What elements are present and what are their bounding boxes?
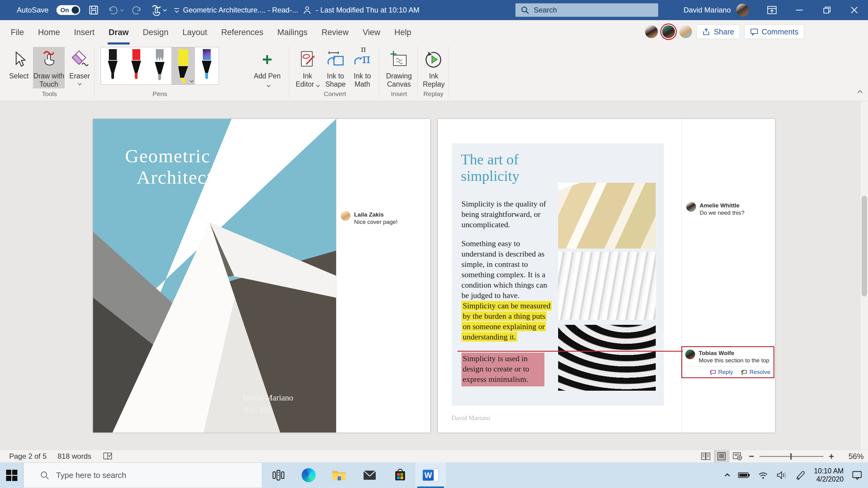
quick-access-toolbar: AutoSave On [17, 0, 179, 20]
pen-black[interactable] [101, 47, 124, 85]
collapse-ribbon-icon[interactable] [858, 90, 863, 95]
minimize-button[interactable] [786, 0, 813, 20]
customize-quick-access-icon[interactable] [174, 8, 179, 12]
ink-replay-button[interactable]: Ink Replay [420, 47, 447, 88]
tray-date: 4/2/2020 [814, 475, 844, 483]
comment-anchor-line [458, 351, 683, 352]
redo-button[interactable] [131, 5, 143, 16]
tab-file[interactable]: File [4, 20, 31, 44]
draw-with-touch-button[interactable]: Draw with Touch [33, 47, 65, 88]
file-explorer-button[interactable] [324, 462, 354, 488]
document-scrollbar[interactable] [860, 101, 868, 450]
ink-replay-icon [424, 50, 443, 69]
share-button[interactable]: Share [696, 24, 740, 39]
comment-card-amelie[interactable]: Amelie Whittle Do we need this? [686, 202, 744, 217]
tab-layout[interactable]: Layout [175, 20, 214, 44]
word-app-button[interactable]: W [415, 462, 446, 488]
edge-browser-button[interactable] [293, 462, 324, 488]
proofing-book-icon[interactable] [102, 451, 113, 461]
title-area: Geometric Architecture.... - Read-... - … [183, 0, 420, 20]
comment-resolve-button[interactable]: Resolve [741, 369, 770, 375]
mail-icon [363, 469, 377, 481]
pen-icon[interactable] [796, 470, 806, 480]
pen-options-chevron-icon[interactable] [190, 79, 194, 83]
print-layout-button[interactable] [714, 450, 730, 462]
tab-home[interactable]: Home [31, 20, 67, 44]
add-pen-plus-icon: + [262, 51, 272, 68]
tab-draw[interactable]: Draw [101, 20, 136, 44]
battery-icon[interactable] [738, 471, 750, 479]
paragraph-2-normal: Something easy to understand is describe… [461, 239, 547, 300]
read-mode-button[interactable] [698, 450, 714, 462]
save-button[interactable] [88, 5, 99, 16]
reply-icon [710, 369, 716, 375]
comment-text: Do we need this? [700, 209, 744, 217]
ink-editor-dropdown-icon[interactable] [316, 83, 320, 87]
zoom-out-button[interactable]: − [745, 451, 757, 461]
photo-curved-stripes [558, 325, 656, 391]
close-button[interactable] [841, 0, 868, 20]
undo-button[interactable] [107, 5, 123, 16]
comment-card-tobias-active[interactable]: Tobias Wolfe Move this section to the to… [681, 346, 774, 378]
comment-reply-button[interactable]: Reply [710, 369, 733, 375]
eraser-dropdown-icon[interactable] [78, 82, 82, 85]
pen-galaxy[interactable] [195, 47, 218, 85]
tab-review[interactable]: Review [314, 20, 355, 44]
volume-icon[interactable] [776, 470, 788, 480]
action-center-icon[interactable] [851, 470, 863, 480]
zoom-in-button[interactable]: + [825, 451, 837, 461]
photo-balconies [558, 183, 656, 249]
tab-design[interactable]: Design [136, 20, 175, 44]
last-modified-text: - Last Modified Thu at 10:10 AM [316, 6, 420, 14]
eraser-button[interactable]: Eraser [66, 47, 93, 85]
paragraph-2: Something easy to understand is describe… [461, 239, 551, 342]
ink-editor-button[interactable]: Ink Editor [293, 47, 322, 88]
ink-highlighted-text: Simplicity can be measured by the burden… [461, 301, 552, 342]
select-button[interactable]: Select [5, 47, 32, 80]
collaborator-avatar-2[interactable] [662, 25, 675, 38]
ribbon-display-options-button[interactable] [758, 0, 786, 20]
titlebar: AutoSave On [0, 0, 868, 20]
scrollbar-thumb[interactable] [862, 196, 867, 297]
zoom-slider-thumb[interactable] [790, 453, 792, 460]
tab-references[interactable]: References [214, 20, 270, 44]
tab-insert[interactable]: Insert [67, 20, 102, 44]
user-name[interactable]: David Mariano [683, 6, 731, 14]
mail-app-button[interactable] [354, 462, 385, 488]
pen-red[interactable] [124, 47, 148, 85]
zoom-slider[interactable] [760, 456, 824, 457]
page-indicator[interactable]: Page 2 of 5 [9, 452, 46, 461]
user-avatar[interactable] [736, 4, 749, 17]
autosave-toggle[interactable]: On [56, 5, 80, 15]
touch-draw-mode-button[interactable] [151, 4, 166, 16]
search-input[interactable]: Search [516, 3, 658, 17]
undo-dropdown-icon[interactable] [120, 8, 124, 11]
ink-to-math-button[interactable]: π π Ink to Math [349, 47, 375, 88]
restore-button[interactable] [813, 0, 841, 20]
tab-help[interactable]: Help [388, 20, 418, 44]
start-button[interactable] [0, 462, 23, 488]
task-view-button[interactable] [263, 462, 293, 488]
tab-view[interactable]: View [355, 20, 388, 44]
web-layout-button[interactable] [730, 450, 745, 462]
pen-gray-pencil[interactable] [148, 47, 172, 85]
tray-show-hidden-icons-button[interactable] [725, 474, 730, 479]
touch-draw-dropdown-icon[interactable] [163, 8, 167, 11]
collaborator-avatar-3[interactable] [679, 25, 692, 38]
zoom-level[interactable]: 56% [837, 452, 864, 461]
wifi-icon[interactable] [758, 471, 768, 480]
add-pen-button[interactable]: + Add Pen [252, 47, 282, 88]
taskbar-search-input[interactable]: Type here to search [24, 462, 262, 488]
comment-card-laila[interactable]: Laila Zakis Nice cover page! [341, 211, 398, 226]
drawing-canvas-button[interactable]: Drawing Canvas [382, 47, 416, 88]
ink-to-shape-button[interactable]: Ink to Shape [323, 47, 348, 88]
word-count[interactable]: 818 words [58, 452, 92, 461]
word-application-window: AutoSave On [0, 0, 868, 488]
microsoft-store-button[interactable] [385, 462, 415, 488]
comments-button[interactable]: Comments [744, 24, 804, 39]
tab-mailings[interactable]: Mailings [270, 20, 314, 44]
add-pen-dropdown-icon[interactable] [267, 83, 271, 87]
pen-yellow-highlighter-selected[interactable] [172, 47, 195, 85]
clock[interactable]: 10:10 AM 4/2/2020 [814, 467, 844, 483]
collaborator-avatar-1[interactable] [645, 25, 658, 38]
